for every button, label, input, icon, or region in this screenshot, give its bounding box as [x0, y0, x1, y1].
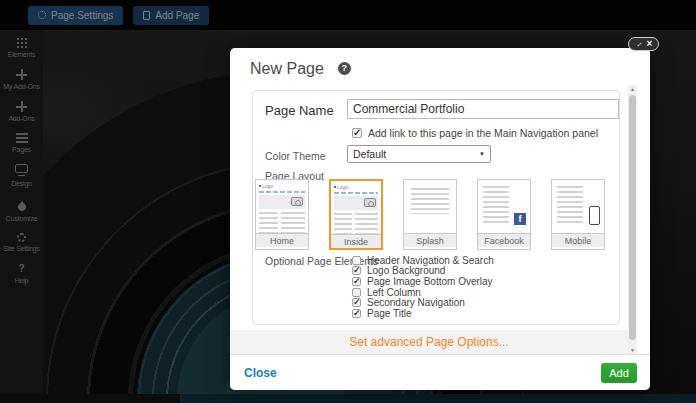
dialog-body: Page Name Add link to this page in the M… [230, 85, 628, 354]
chevron-down-icon: ▼ [479, 151, 485, 157]
logo-text: Logo [337, 184, 348, 190]
checkbox[interactable] [352, 288, 361, 297]
layout-option-inside[interactable]: Logo Inside [329, 179, 383, 250]
layout-option-splash[interactable]: Splash [403, 179, 457, 250]
optional-row-page-image-overlay[interactable]: Page Image Bottom Overlay [352, 276, 494, 287]
phone-icon [589, 206, 600, 225]
help-icon[interactable]: ? [338, 62, 351, 75]
text-column [355, 213, 378, 234]
text-column [334, 213, 352, 234]
layout-thumbnails: Logo Home Logo [255, 179, 605, 250]
banner-placeholder [259, 195, 305, 209]
layout-preview-splash [404, 180, 456, 233]
main-nav-checkbox-label: Add link to this page in the Main Naviga… [368, 127, 598, 139]
new-page-form: Page Name Add link to this page in the M… [252, 90, 620, 325]
advanced-options-band: Set advanced Page Options... [230, 330, 628, 354]
layout-name: Splash [404, 233, 456, 247]
dialog-titlebar: New Page ? [230, 48, 650, 85]
close-icon[interactable]: × [647, 39, 653, 49]
layout-option-home[interactable]: Logo Home [255, 179, 309, 250]
logo-dot [334, 186, 336, 188]
layout-preview-inside: Logo [331, 181, 381, 234]
dialog-title: New Page [250, 60, 324, 78]
optional-row-page-title[interactable]: Page Title [352, 308, 494, 319]
color-theme-label: Color Theme [265, 150, 326, 162]
facebook-icon: f [514, 213, 526, 225]
optional-row-logo-background[interactable]: Logo Background [352, 266, 494, 277]
layout-preview-mobile [552, 180, 604, 233]
checkbox[interactable] [352, 128, 362, 138]
layout-option-facebook[interactable]: f Facebook [477, 179, 531, 250]
checkbox[interactable] [352, 277, 361, 286]
layout-name: Mobile [552, 233, 604, 247]
app-window: Page Settings Add Page Elements My Add-O… [0, 0, 696, 403]
modal-window-controls: ↔ × [628, 37, 659, 51]
layout-preview-facebook: f [478, 180, 530, 233]
layout-preview-home: Logo [256, 180, 308, 233]
nav-bar-placeholder [259, 191, 305, 193]
text-columns-placeholder [259, 212, 305, 233]
text-column [483, 186, 509, 224]
text-block-placeholder [411, 188, 449, 214]
camera-icon [291, 197, 303, 206]
logo-placeholder: Logo [259, 183, 308, 189]
color-theme-value: Default [353, 148, 386, 160]
scrollbar[interactable]: ▲ ▼ [628, 85, 637, 354]
checkbox[interactable] [352, 298, 361, 307]
optional-row-header-nav[interactable]: Header Navigation & Search [352, 255, 494, 266]
layout-option-mobile[interactable]: Mobile [551, 179, 605, 250]
optional-row-secondary-nav[interactable]: Secondary Navigation [352, 297, 494, 308]
scroll-up-arrow[interactable]: ▲ [628, 85, 637, 93]
close-button[interactable]: Close [244, 366, 277, 380]
logo-placeholder: Logo [334, 184, 381, 190]
banner-placeholder [334, 196, 378, 210]
dialog-footer: Close Add [230, 354, 650, 390]
expand-icon[interactable]: ↔ [633, 38, 644, 49]
camera-icon [364, 198, 376, 207]
text-columns-placeholder [334, 213, 378, 234]
logo-text: Logo [262, 183, 273, 189]
text-column [281, 212, 305, 233]
checkbox[interactable] [352, 256, 361, 265]
optional-elements-list: Header Navigation & Search Logo Backgrou… [352, 255, 494, 319]
text-column [557, 186, 583, 224]
logo-dot [259, 185, 261, 187]
advanced-options-link[interactable]: Set advanced Page Options... [349, 335, 508, 349]
checkbox[interactable] [352, 266, 361, 275]
layout-name: Home [256, 233, 308, 247]
page-name-label: Page Name [265, 103, 334, 118]
add-button[interactable]: Add [601, 363, 637, 383]
new-page-dialog: New Page ? Page Name Add link to this pa… [230, 48, 650, 390]
optional-row-left-column[interactable]: Left Column [352, 287, 494, 298]
color-theme-select[interactable]: Default ▼ [347, 145, 491, 163]
layout-name: Inside [331, 234, 381, 248]
page-name-input[interactable] [347, 99, 619, 119]
nav-bar-placeholder [334, 192, 378, 194]
scroll-down-arrow[interactable]: ▼ [628, 346, 637, 354]
main-nav-checkbox-row[interactable]: Add link to this page in the Main Naviga… [352, 127, 598, 139]
text-column [259, 212, 278, 233]
scrollbar-thumb[interactable] [629, 95, 636, 340]
layout-name: Facebook [478, 233, 530, 247]
checkbox[interactable] [352, 309, 361, 318]
